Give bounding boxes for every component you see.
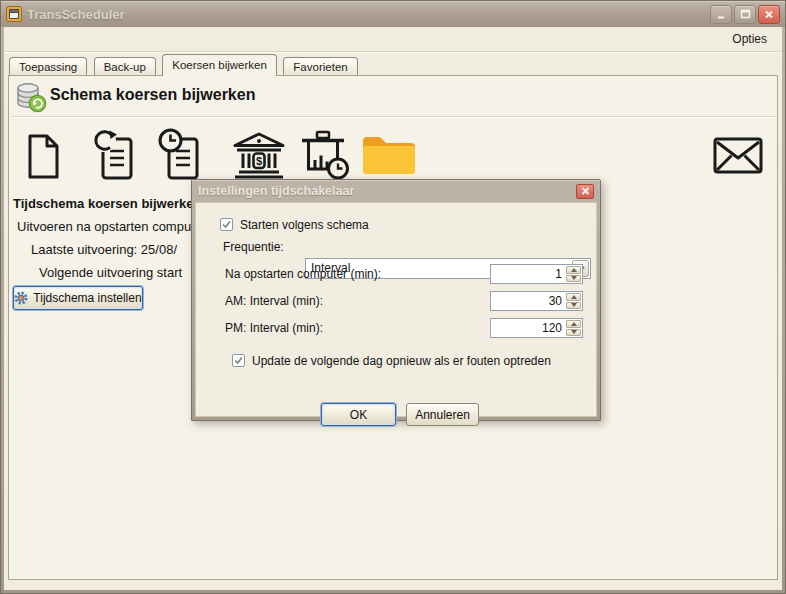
spinner-buttons: [566, 293, 581, 309]
set-schedule-button[interactable]: Tijdschema instellen: [13, 286, 143, 310]
triangle-down-icon: [571, 276, 577, 280]
close-icon: [764, 10, 774, 19]
triangle-down-icon: [571, 303, 577, 307]
window-title: TransScheduler: [27, 7, 125, 22]
tab-backup[interactable]: Back-up: [94, 57, 156, 76]
gear-icon: [14, 291, 28, 305]
dialog-title: Instellingen tijdschakelaar: [198, 184, 354, 198]
spinner-buttons: [566, 266, 581, 282]
bank-icon[interactable]: $: [227, 131, 291, 183]
retry-next-day-checkbox[interactable]: [232, 354, 245, 367]
spinner-buttons: [566, 320, 581, 336]
ok-button[interactable]: OK: [321, 403, 396, 426]
frequency-label: Frequentie:: [223, 240, 284, 254]
triangle-down-icon: [571, 330, 577, 334]
database-sync-icon: [15, 81, 47, 117]
maximize-icon: [740, 9, 751, 19]
window-titlebar: TransScheduler: [1, 1, 785, 27]
window-controls: [710, 5, 780, 24]
close-button[interactable]: [758, 5, 780, 24]
triangle-up-icon: [571, 295, 577, 299]
dialog-titlebar: Instellingen tijdschakelaar: [192, 180, 600, 202]
am-interval-label: AM: Interval (min):: [225, 294, 323, 308]
info-line-last-run: Laatste uitvoering: 25/08/: [31, 242, 177, 257]
svg-text:$: $: [256, 155, 262, 167]
cancel-button-label: Annuleren: [415, 408, 470, 422]
spinner-down-button[interactable]: [566, 275, 581, 283]
start-schedule-checkbox[interactable]: [220, 218, 233, 231]
triangle-up-icon: [571, 322, 577, 326]
info-line-startup: Uitvoeren na opstarten computer: [17, 219, 206, 234]
spinner-up-button[interactable]: [566, 293, 581, 301]
minimize-button[interactable]: [710, 5, 732, 24]
retry-next-day-label: Update de volgende dag opnieuw als er fo…: [252, 354, 551, 368]
after-startup-spinner: [490, 264, 583, 284]
tab-toepassing[interactable]: Toepassing: [9, 57, 87, 76]
ok-button-label: OK: [350, 408, 367, 422]
scheduler-settings-dialog: Instellingen tijdschakelaar Starten volg…: [191, 179, 601, 421]
checkmark-icon: [233, 355, 244, 366]
am-interval-spinner: [490, 291, 583, 311]
tab-favorieten[interactable]: Favorieten: [283, 57, 357, 76]
tab-strip: Toepassing Back-up Koersen bijwerken Fav…: [8, 54, 778, 76]
start-schedule-label: Starten volgens schema: [240, 218, 369, 232]
spinner-down-button[interactable]: [566, 302, 581, 310]
after-startup-label: Na opstarten computer (min):: [225, 267, 381, 281]
cancel-button[interactable]: Annuleren: [406, 403, 479, 426]
spinner-down-button[interactable]: [566, 329, 581, 337]
tab-koersen-bijwerken[interactable]: Koersen bijwerken: [162, 54, 277, 76]
spinner-up-button[interactable]: [566, 266, 581, 274]
app-icon: [6, 6, 22, 22]
minimize-icon: [716, 10, 726, 19]
dialog-body: Starten volgens schema Frequentie: Inter…: [195, 202, 597, 417]
section-title: Tijdschema koersen bijwerken: [13, 196, 201, 211]
spinner-up-button[interactable]: [566, 320, 581, 328]
pm-interval-label: PM: Interval (min):: [225, 321, 323, 335]
close-icon: [581, 187, 590, 195]
document-refresh-icon[interactable]: [89, 128, 141, 185]
pm-interval-spinner: [490, 318, 583, 338]
app-window: TransScheduler Opties Toepassing Back-up…: [0, 0, 786, 594]
mail-icon[interactable]: [713, 137, 763, 179]
clear-history-clock-icon[interactable]: [295, 130, 351, 184]
menu-bar: Opties: [4, 27, 782, 52]
document-schedule-icon[interactable]: [155, 128, 207, 185]
checkmark-icon: [221, 219, 232, 230]
dialog-close-button[interactable]: [576, 184, 594, 199]
set-schedule-button-label: Tijdschema instellen: [33, 291, 141, 305]
header-divider: [11, 116, 775, 118]
folder-icon[interactable]: [361, 134, 417, 180]
new-document-icon[interactable]: [23, 133, 63, 184]
info-line-next-run: Volgende uitvoering start: [39, 265, 182, 280]
triangle-up-icon: [571, 268, 577, 272]
page-title: Schema koersen bijwerken: [50, 86, 255, 104]
menu-opties[interactable]: Opties: [726, 30, 773, 48]
maximize-button[interactable]: [734, 5, 756, 24]
